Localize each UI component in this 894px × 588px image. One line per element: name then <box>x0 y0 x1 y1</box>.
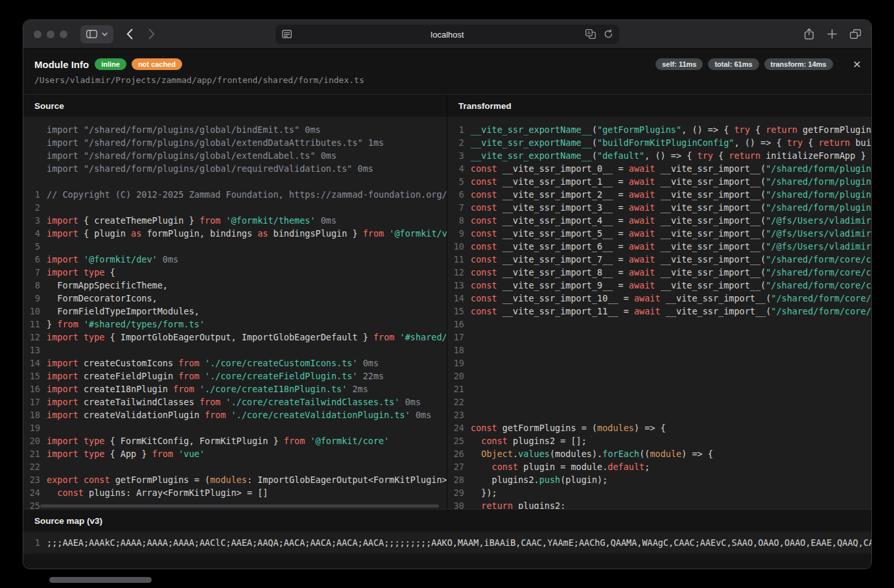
translate-icon[interactable]: A <box>585 29 596 39</box>
code-line: 1__vite_ssr_exportName__("getFormPlugins… <box>447 123 871 136</box>
code-panels: Source import "/shared/form/plugins/glob… <box>23 94 871 509</box>
code-line: 22 <box>447 395 871 408</box>
code-line: 19 <box>23 421 447 434</box>
code-line: 9 FormDecoratorIcons, <box>23 292 447 305</box>
code-line: 14import createCustomIcons from './core/… <box>23 357 447 370</box>
code-line: 29 }); <box>447 486 871 499</box>
code-line: 12import type { ImportGlobEagerOutput, I… <box>23 331 447 344</box>
code-line: 10 FormFieldTypeImportModules, <box>23 305 447 318</box>
code-line: 17import createTailwindClasses from './c… <box>23 395 447 408</box>
code-line: 13const __vite_ssr_import_9__ = await __… <box>447 279 871 292</box>
code-line: import "/shared/form/plugins/global/exte… <box>23 136 447 149</box>
code-line: 23export const getFormPlugins = (modules… <box>23 473 447 486</box>
module-path: /Users/vladimir/Projects/zammad/app/fron… <box>34 75 861 85</box>
transformed-code-lines: 1__vite_ssr_exportName__("getFormPlugins… <box>447 123 871 509</box>
reload-icon[interactable] <box>604 29 613 39</box>
code-line: 1;;;AAEA;AAAkC;AAAA;AAAA;AAAA;AAClC;AAEA… <box>23 536 871 549</box>
code-line: 2__vite_ssr_exportName__("buildFormKitPl… <box>447 136 871 149</box>
share-icon[interactable] <box>804 28 814 40</box>
code-line <box>23 175 447 188</box>
code-line: 15import createFieldPlugin from './core/… <box>23 370 447 382</box>
sourcemap-code-lines: 1;;;AAEA;AAAkC;AAAA;AAAA;AAAA;AAClC;AAEA… <box>23 536 871 549</box>
code-line: 6const __vite_ssr_import_2__ = await __v… <box>447 188 871 201</box>
code-line: import "/shared/form/plugins/global/requ… <box>23 162 447 175</box>
timing-pill: self: 11ms <box>655 58 703 70</box>
badge-not-cached: not cached <box>132 58 182 70</box>
sidebar-icon <box>86 30 97 38</box>
code-line: 11const __vite_ssr_import_7__ = await __… <box>447 253 871 266</box>
module-info-page: Module Info inlinenot cached self: 11mst… <box>23 49 871 569</box>
code-line: 22 <box>23 460 447 473</box>
sourcemap-code: 1;;;AAEA;AAAkC;AAAA;AAAA;AAAA;AAClC;AAEA… <box>23 532 871 554</box>
browser-toolbar: localhost A <box>23 20 871 49</box>
sidebar-toggle-group[interactable] <box>80 25 113 43</box>
code-line: 24 const plugins: Array<FormKitPlugin> =… <box>23 486 447 499</box>
source-hscrollbar-thumb[interactable] <box>40 504 439 508</box>
transformed-code: 1__vite_ssr_exportName__("getFormPlugins… <box>447 117 871 509</box>
minimize-window-icon[interactable] <box>47 30 54 38</box>
code-line: 25 const plugins2 = []; <box>447 434 871 447</box>
code-line: 6import '@formkit/dev' 0ms <box>23 253 447 266</box>
chevron-down-icon <box>102 32 108 36</box>
zoom-window-icon[interactable] <box>60 30 67 38</box>
code-line: 5const __vite_ssr_import_1__ = await __v… <box>447 175 871 188</box>
code-line: 16 <box>447 318 871 331</box>
code-line: 5 <box>23 240 447 253</box>
source-panel: Source import "/shared/form/plugins/glob… <box>23 95 447 509</box>
source-panel-title: Source <box>23 95 447 117</box>
page-header: Module Info inlinenot cached self: 11mst… <box>23 49 871 94</box>
code-line: 3__vite_ssr_exportName__("default", () =… <box>447 149 871 162</box>
code-line: 27 const plugin = module.default; <box>447 460 871 473</box>
page-title: Module Info <box>34 59 89 70</box>
back-button[interactable] <box>126 29 133 40</box>
code-line: 12const __vite_ssr_import_8__ = await __… <box>447 266 871 279</box>
code-line: import "/shared/form/plugins/global/exte… <box>23 149 447 162</box>
url-text: localhost <box>276 25 619 44</box>
code-line: 15const __vite_ssr_import_11__ = await _… <box>447 305 871 318</box>
close-window-icon[interactable] <box>34 30 41 38</box>
code-line: 28 plugins2.push(plugin); <box>447 473 871 486</box>
bottom-scrollbar-thumb[interactable] <box>49 577 152 583</box>
timing-pill: transform: 14ms <box>764 58 833 70</box>
source-code-lines: import "/shared/form/plugins/global/bind… <box>23 123 447 509</box>
code-line: import "/shared/form/plugins/global/bind… <box>23 123 447 136</box>
badge-inline: inline <box>95 58 126 70</box>
code-line: 18import createValidationPlugin from './… <box>23 408 447 421</box>
code-line: 19 <box>447 357 871 370</box>
sourcemap-section: Source map (v3) 1;;;AAEA;AAAkC;AAAA;AAAA… <box>23 509 871 554</box>
code-line: 9const __vite_ssr_import_5__ = await __v… <box>447 227 871 240</box>
code-line: 4const __vite_ssr_import_0__ = await __v… <box>447 162 871 175</box>
source-code: import "/shared/form/plugins/global/bind… <box>23 117 447 509</box>
code-line: 3import { createThemePlugin } from '@for… <box>23 214 447 227</box>
header-badges: inlinenot cached <box>95 58 182 70</box>
traffic-lights <box>34 30 67 38</box>
code-line: 10const __vite_ssr_import_6__ = await __… <box>447 240 871 253</box>
code-line: 2 <box>23 201 447 214</box>
code-line: 8const __vite_ssr_import_4__ = await __v… <box>447 214 871 227</box>
code-line: 30 return plugins2; <box>447 499 871 509</box>
forward-button[interactable] <box>148 29 155 40</box>
tab-overview-icon[interactable] <box>850 29 861 39</box>
code-line: 7import type { <box>23 266 447 279</box>
code-line: 11} from '#shared/types/form.ts' <box>23 318 447 331</box>
code-line: 20 <box>447 370 871 382</box>
svg-text:A: A <box>587 30 591 36</box>
close-button[interactable]: × <box>853 59 861 69</box>
code-line: 20import type { FormKitConfig, FormKitPl… <box>23 434 447 447</box>
code-line: 8 FormAppSpecificTheme, <box>23 279 447 292</box>
url-bar[interactable]: localhost A <box>276 25 619 44</box>
sourcemap-title: Source map (v3) <box>23 510 871 532</box>
transformed-panel: Transformed 1__vite_ssr_exportName__("ge… <box>447 95 871 509</box>
code-line: 1// Copyright (C) 2012-2025 Zammad Found… <box>23 188 447 201</box>
code-line: 17 <box>447 331 871 344</box>
new-tab-icon[interactable] <box>827 29 837 39</box>
code-line: 24const getFormPlugins = (modules) => { <box>447 421 871 434</box>
code-line: 21 <box>447 382 871 395</box>
code-line: 26 Object.values(modules).forEach((modul… <box>447 447 871 460</box>
code-line: 7const __vite_ssr_import_3__ = await __v… <box>447 201 871 214</box>
header-timings: self: 11mstotal: 61mstransform: 14ms <box>655 58 832 70</box>
code-line: 23 <box>447 408 871 421</box>
code-line: 18 <box>447 344 871 357</box>
code-line: 16import createI18nPlugin from './core/c… <box>23 382 447 395</box>
transformed-panel-title: Transformed <box>447 95 871 117</box>
